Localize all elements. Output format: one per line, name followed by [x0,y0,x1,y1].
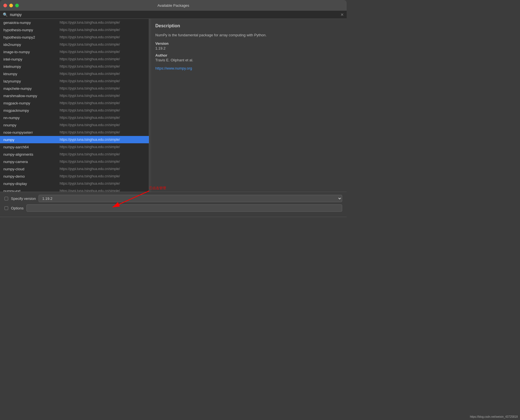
package-name: mapchete-numpy [3,86,60,91]
list-item[interactable]: intel-numpyhttps://pypi.tuna.tsinghua.ed… [0,55,149,63]
maximize-button[interactable] [15,4,19,7]
package-name: marshmallow-numpy [3,94,60,98]
package-url: https://pypi.tuna.tsinghua.edu.cn/simple… [60,64,120,68]
package-name: nose-numpyseterr [3,130,60,135]
package-url: https://pypi.tuna.tsinghua.edu.cn/simple… [60,101,120,105]
options-checkbox[interactable] [5,206,8,210]
list-item[interactable]: numpy-aarch64https://pypi.tuna.tsinghua.… [0,143,149,151]
list-item[interactable]: marshmallow-numpyhttps://pypi.tuna.tsing… [0,92,149,99]
package-url: https://pypi.tuna.tsinghua.edu.cn/simple… [60,145,120,149]
package-name: nnumpy [3,123,60,127]
package-url: https://pypi.tuna.tsinghua.edu.cn/simple… [60,72,120,76]
list-item[interactable]: numpy-cloudhttps://pypi.tuna.tsinghua.ed… [0,165,149,173]
package-url: https://pypi.tuna.tsinghua.edu.cn/simple… [60,28,120,32]
package-name: numpy-aarch64 [3,145,60,149]
author-label: Author [155,53,342,57]
package-url: https://pypi.tuna.tsinghua.edu.cn/simple… [60,174,120,178]
list-item[interactable]: idx2numpyhttps://pypi.tuna.tsinghua.edu.… [0,41,149,48]
package-name: idx2numpy [3,43,60,47]
package-url: https://pypi.tuna.tsinghua.edu.cn/simple… [60,116,120,120]
close-button[interactable] [3,4,7,7]
package-url: https://pypi.tuna.tsinghua.edu.cn/simple… [60,50,120,54]
package-url: https://pypi.tuna.tsinghua.edu.cn/simple… [60,138,120,142]
list-item[interactable]: image-to-numpyhttps://pypi.tuna.tsinghua… [0,48,149,55]
package-name: numpy [3,138,60,142]
package-url: https://pypi.tuna.tsinghua.edu.cn/simple… [60,43,120,46]
list-item[interactable]: numpy-demohttps://pypi.tuna.tsinghua.edu… [0,173,149,180]
description-title: Description [155,23,342,28]
package-url: https://pypi.tuna.tsinghua.edu.cn/simple… [60,21,120,24]
list-item[interactable]: lazynumpyhttps://pypi.tuna.tsinghua.edu.… [0,77,149,85]
list-item[interactable]: ktnumpyhttps://pypi.tuna.tsinghua.edu.cn… [0,70,149,77]
search-bar: 🔍 ✕ [0,11,347,19]
package-url: https://pypi.tuna.tsinghua.edu.cn/simple… [60,86,120,90]
package-url: https://pypi.tuna.tsinghua.edu.cn/simple… [60,108,120,112]
search-input[interactable] [10,12,338,17]
list-item[interactable]: msgpacknumpyhttps://pypi.tuna.tsinghua.e… [0,107,149,114]
bottom-options: Specify version 1.19.2 Options ①点击管理 [0,192,347,217]
package-name: hypothesis-numpy2 [3,35,60,39]
clear-icon[interactable]: ✕ [340,12,344,17]
titlebar: Available Packages [0,0,347,11]
version-select[interactable]: 1.19.2 [39,195,342,202]
package-name: intelnumpy [3,64,60,69]
list-item[interactable]: nn-numpyhttps://pypi.tuna.tsinghua.edu.c… [0,114,149,121]
options-label: Options [11,206,24,210]
specify-version-checkbox[interactable] [5,197,8,200]
list-item[interactable]: hypothesis-numpy2https://pypi.tuna.tsing… [0,33,149,41]
list-item[interactable]: numpyhttps://pypi.tuna.tsinghua.edu.cn/s… [0,136,149,143]
package-name: nn-numpy [3,116,60,120]
window-title: Available Packages [157,3,189,8]
package-name: numpy-camera [3,160,60,164]
package-name: numpy-display [3,182,60,186]
list-item[interactable]: numpy-displayhttps://pypi.tuna.tsinghua.… [0,180,149,187]
package-name: numpy-cloud [3,167,60,171]
package-name: msgpack-numpy [3,101,60,105]
list-item[interactable]: nnumpyhttps://pypi.tuna.tsinghua.edu.cn/… [0,121,149,129]
package-url: https://pypi.tuna.tsinghua.edu.cn/simple… [60,152,120,156]
package-name: numpy-alignments [3,152,60,157]
package-list: genaiotra-numpyhttps://pypi.tuna.tsinghu… [0,19,149,192]
package-name: msgpacknumpy [3,108,60,113]
package-url: https://pypi.tuna.tsinghua.edu.cn/simple… [60,130,120,134]
specify-version-row: Specify version 1.19.2 [5,195,342,202]
traffic-lights [3,4,19,7]
package-url: https://pypi.tuna.tsinghua.edu.cn/simple… [60,160,120,164]
list-item[interactable]: nose-numpyseterrhttps://pypi.tuna.tsingh… [0,129,149,136]
package-name: genaiotra-numpy [3,21,60,25]
package-name: numpy-ext [3,189,60,192]
options-row: Options [5,204,342,212]
homepage-link[interactable]: https://www.numpy.org [155,66,192,70]
version-label: Version [155,41,342,46]
options-input[interactable] [26,204,342,212]
package-url: https://pypi.tuna.tsinghua.edu.cn/simple… [60,94,120,98]
package-url: https://pypi.tuna.tsinghua.edu.cn/simple… [60,167,120,171]
package-name: intel-numpy [3,57,60,61]
list-item[interactable]: msgpack-numpyhttps://pypi.tuna.tsinghua.… [0,99,149,107]
version-value: 1.19.2 [155,46,342,50]
footer: Install Package Manage Repositories ↺ [0,217,347,220]
package-url: https://pypi.tuna.tsinghua.edu.cn/simple… [60,35,120,39]
package-url: https://pypi.tuna.tsinghua.edu.cn/simple… [60,189,120,192]
list-item[interactable]: numpy-exthttps://pypi.tuna.tsinghua.edu.… [0,187,149,192]
list-item[interactable]: numpy-camerahttps://pypi.tuna.tsinghua.e… [0,158,149,165]
package-url: https://pypi.tuna.tsinghua.edu.cn/simple… [60,123,120,127]
author-value: Travis E. Oliphant et al. [155,58,342,62]
list-item[interactable]: genaiotra-numpyhttps://pypi.tuna.tsinghu… [0,19,149,26]
minimize-button[interactable] [9,4,13,7]
package-url: https://pypi.tuna.tsinghua.edu.cn/simple… [60,182,120,186]
package-name: hypothesis-numpy [3,28,60,32]
description-panel: Description NumPy is the fundamental pac… [151,19,347,192]
list-item[interactable]: numpy-alignmentshttps://pypi.tuna.tsingh… [0,151,149,158]
list-item[interactable]: intelnumpyhttps://pypi.tuna.tsinghua.edu… [0,63,149,70]
package-name: numpy-demo [3,174,60,178]
package-name: lazynumpy [3,79,60,83]
package-url: https://pypi.tuna.tsinghua.edu.cn/simple… [60,79,120,83]
description-text: NumPy is the fundamental package for arr… [155,32,342,38]
list-item[interactable]: mapchete-numpyhttps://pypi.tuna.tsinghua… [0,85,149,92]
specify-version-label: Specify version [11,196,36,201]
list-item[interactable]: hypothesis-numpyhttps://pypi.tuna.tsingh… [0,26,149,33]
package-name: image-to-numpy [3,50,60,54]
package-name: ktnumpy [3,72,60,76]
package-url: https://pypi.tuna.tsinghua.edu.cn/simple… [60,57,120,61]
